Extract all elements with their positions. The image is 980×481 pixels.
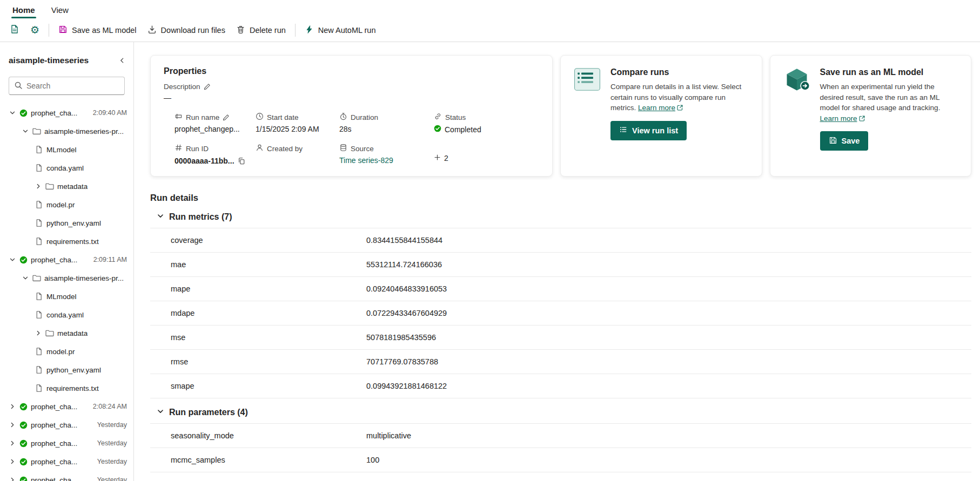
tree-item[interactable]: conda.yaml bbox=[0, 306, 133, 324]
settings-button[interactable]: ⚙ bbox=[25, 21, 45, 39]
tree-item-time: 2:08:24 AM bbox=[90, 403, 127, 410]
source-link[interactable]: Time series-829 bbox=[339, 156, 393, 165]
chevron-right-icon[interactable] bbox=[35, 330, 42, 336]
tab-view[interactable]: View bbox=[43, 2, 77, 18]
metric-row: mse 5078181985435596 bbox=[150, 326, 971, 350]
tree-item[interactable]: metadata bbox=[0, 177, 133, 195]
tree-item-label: prophet_cha... bbox=[31, 109, 77, 117]
metric-value: 70717769.07835788 bbox=[366, 357, 971, 366]
chevron-right-icon[interactable] bbox=[9, 403, 16, 410]
metric-value: 5078181985435596 bbox=[366, 333, 971, 342]
tree-item-label: python_env.yaml bbox=[46, 366, 101, 374]
tree-item[interactable]: metadata bbox=[0, 324, 133, 342]
tab-home[interactable]: Home bbox=[4, 2, 43, 18]
delete-run-button[interactable]: Delete run bbox=[231, 21, 291, 39]
file-icon bbox=[35, 310, 43, 319]
save-icon bbox=[829, 136, 837, 146]
view-run-list-button[interactable]: View run list bbox=[610, 121, 687, 140]
tree-item-time: Yesterday bbox=[94, 439, 127, 447]
metric-name: mae bbox=[171, 260, 366, 269]
chevron-right-icon[interactable] bbox=[9, 458, 16, 465]
more-properties[interactable]: 2 bbox=[434, 151, 539, 165]
tree-item[interactable]: model.pr bbox=[0, 342, 133, 361]
tree-item[interactable]: aisample-timeseries-pr... bbox=[0, 122, 133, 140]
tree-item[interactable]: requirements.txt bbox=[0, 379, 133, 397]
save-model-button[interactable]: Save bbox=[820, 131, 869, 151]
compare-runs-illustration-icon bbox=[574, 67, 602, 140]
chevron-down-icon[interactable] bbox=[22, 275, 29, 281]
tree-item-time: Yesterday bbox=[94, 421, 127, 429]
chevron-right-icon[interactable] bbox=[9, 422, 16, 428]
chevron-down-icon[interactable] bbox=[9, 256, 16, 263]
compare-runs-title: Compare runs bbox=[610, 67, 749, 77]
properties-grid: Run name prophet_changep... Start date 1… bbox=[174, 112, 539, 165]
experiment-title: aisample-timeseries bbox=[9, 56, 118, 65]
search-input[interactable] bbox=[26, 82, 119, 90]
run-metrics-header[interactable]: Run metrics (7) bbox=[150, 206, 971, 228]
tree-item[interactable]: prophet_cha... 2:09:40 AM bbox=[0, 104, 133, 122]
parameters-table: seasonality_mode multiplicative mcmc_sam… bbox=[150, 423, 971, 481]
metric-value: 0.8344155844155844 bbox=[366, 236, 971, 245]
tree-item[interactable]: MLmodel bbox=[0, 287, 133, 306]
tree-item[interactable]: aisample-timeseries-pr... bbox=[0, 269, 133, 287]
tree-item[interactable]: prophet_cha... 2:08:24 AM bbox=[0, 397, 133, 416]
chevron-right-icon[interactable] bbox=[9, 440, 16, 446]
start-date-field: Start date 1/15/2025 2:09 AM bbox=[256, 112, 334, 134]
chevron-down-icon[interactable] bbox=[22, 128, 29, 134]
plus-icon bbox=[434, 154, 441, 162]
status-check-icon bbox=[434, 125, 441, 134]
toolbar-divider bbox=[49, 24, 49, 37]
run-success-check-icon bbox=[19, 421, 28, 429]
tree-item[interactable]: prophet_cha... 2:09:11 AM bbox=[0, 250, 133, 269]
tree-item[interactable]: prophet_cha... Yesterday bbox=[0, 471, 133, 481]
file-icon bbox=[35, 200, 43, 209]
source-field: Source Time series-829 bbox=[339, 144, 428, 165]
metric-name: smape bbox=[171, 382, 366, 390]
tree-item-label: model.pr bbox=[46, 201, 75, 209]
file-icon bbox=[35, 365, 43, 374]
run-parameters-header[interactable]: Run parameters (4) bbox=[150, 402, 971, 423]
chevron-right-icon[interactable] bbox=[35, 183, 42, 189]
chevron-down-icon[interactable] bbox=[9, 110, 16, 116]
new-automl-run-button[interactable]: New AutoML run bbox=[299, 21, 381, 39]
run-name-value: prophet_changep... bbox=[174, 125, 250, 134]
collapse-sidebar-icon[interactable] bbox=[118, 57, 126, 64]
file-icon bbox=[35, 384, 43, 392]
tree-item[interactable]: model.pr bbox=[0, 195, 133, 214]
save-as-ml-model-button[interactable]: Save as ML model bbox=[53, 21, 142, 39]
compare-runs-card: Compare runs Compare run details in a li… bbox=[560, 55, 762, 177]
file-icon bbox=[35, 237, 43, 246]
tree-item[interactable]: python_env.yaml bbox=[0, 214, 133, 232]
tree-item-label: aisample-timeseries-pr... bbox=[44, 127, 124, 136]
run-metrics-section: Run metrics (7) coverage 0.8344155844155… bbox=[150, 206, 971, 398]
tree-item-label: python_env.yaml bbox=[46, 219, 101, 227]
sidebar: aisample-timeseries prophet_cha... bbox=[0, 42, 134, 481]
metrics-table: coverage 0.8344155844155844 mae 55312114… bbox=[150, 228, 971, 398]
tree-item[interactable]: python_env.yaml bbox=[0, 361, 133, 379]
edit-pencil-icon[interactable] bbox=[204, 83, 211, 90]
edit-pencil-icon[interactable] bbox=[223, 114, 230, 121]
tree-item[interactable]: prophet_cha... Yesterday bbox=[0, 452, 133, 471]
copy-icon[interactable] bbox=[238, 157, 245, 165]
file-icon bbox=[35, 219, 43, 227]
chevron-right-icon[interactable] bbox=[9, 477, 16, 481]
tree-item-time: 2:09:11 AM bbox=[90, 256, 127, 263]
run-id-label: Run ID bbox=[186, 145, 209, 153]
search-box[interactable] bbox=[9, 77, 125, 95]
tree-item-label: metadata bbox=[57, 182, 88, 191]
document-icon bbox=[10, 24, 19, 36]
download-run-files-button[interactable]: Download run files bbox=[142, 21, 231, 39]
document-icon-button[interactable] bbox=[4, 21, 25, 39]
download-icon bbox=[147, 25, 157, 36]
learn-more-link[interactable]: Learn more bbox=[638, 104, 675, 112]
tree-item[interactable]: MLmodel bbox=[0, 140, 133, 159]
ml-model-cube-icon bbox=[783, 67, 811, 151]
tree-item[interactable]: conda.yaml bbox=[0, 159, 133, 177]
tree-item-label: prophet_cha... bbox=[31, 256, 77, 264]
tree-item[interactable]: prophet_cha... Yesterday bbox=[0, 434, 133, 452]
tree-item[interactable]: requirements.txt bbox=[0, 232, 133, 250]
tree-item[interactable]: prophet_cha... Yesterday bbox=[0, 416, 133, 434]
description-label: Description bbox=[164, 83, 200, 91]
delete-run-label: Delete run bbox=[250, 26, 286, 35]
learn-more-link[interactable]: Learn more bbox=[820, 114, 857, 123]
